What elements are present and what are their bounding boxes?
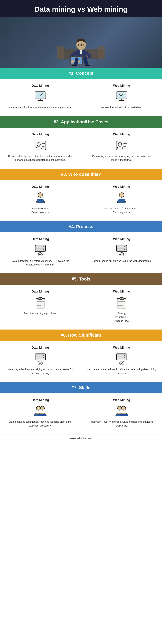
left-title-who: Data Mining [32, 185, 49, 188]
comparison-concept: Data Mining Pattern identification from … [0, 79, 162, 116]
svg-point-76 [36, 406, 40, 410]
sections-container: #1. ConceptData Mining Pattern identific… [0, 68, 162, 434]
svg-rect-2 [98, 46, 105, 59]
footer-url: www.educba.com [69, 437, 93, 440]
right-title-significance: Web Mining [113, 346, 130, 350]
right-title-concept: Web Mining [113, 84, 130, 88]
right-col-tools: Web Mining Scrapy, PageRank, Apache logs [81, 288, 162, 324]
right-title-application: Web Mining [113, 133, 130, 136]
svg-point-46 [43, 249, 44, 250]
svg-point-74 [124, 355, 125, 356]
section-process: #4. ProcessData Mining Data extraction -… [0, 221, 162, 274]
right-title-skills: Web Mining [113, 398, 130, 402]
left-text-concept: Pattern identification from data availab… [9, 106, 72, 110]
svg-point-75 [124, 358, 125, 358]
right-icon-application [114, 139, 129, 152]
left-title-skills: Data Mining [32, 398, 49, 402]
svg-point-81 [122, 406, 126, 410]
section-who: #3. Who does this?Data Mining Data scien… [0, 169, 162, 221]
right-icon-significance [114, 352, 129, 366]
left-icon-skills [33, 404, 48, 418]
left-title-significance: Data Mining [32, 346, 49, 350]
section-header-significance: #6. How Significant [0, 330, 162, 341]
left-text-application: Business Intelligence refers to the info… [5, 154, 76, 162]
footer: www.educba.com [0, 434, 162, 442]
page-header: Data mining vs Web mining [0, 0, 162, 17]
left-text-process: Data extraction -> Pattern discovery -> … [5, 259, 76, 267]
section-application: #2. Application/Use CasesData Mining Bus… [0, 116, 162, 169]
right-text-who: Data scientists/Data analysts Data engin… [105, 207, 138, 214]
right-col-significance: Web Mining Web related data pull would i… [81, 344, 162, 377]
comparison-row-who: Data Mining Data scientists Data enginee… [0, 183, 162, 216]
comparison-who: Data Mining Data scientists Data enginee… [0, 180, 162, 221]
comparison-skills: Data Mining Data cleansing techniques, m… [0, 393, 162, 434]
left-title-concept: Data Mining [32, 84, 49, 88]
svg-point-38 [38, 193, 43, 197]
comparison-application: Data Mining Business Intelligence refers… [0, 128, 162, 169]
left-text-tools: Machine learning algorithms. [24, 312, 57, 315]
svg-point-51 [124, 249, 125, 250]
left-col-who: Data Mining Data scientists Data enginee… [0, 183, 81, 216]
svg-rect-52 [36, 298, 45, 308]
comparison-tools: Data Mining Machine learning algorithms.… [0, 285, 162, 330]
svg-rect-28 [35, 141, 46, 150]
svg-point-80 [118, 406, 122, 410]
left-col-tools: Data Mining Machine learning algorithms. [0, 288, 81, 324]
comparison-row-concept: Data Mining Pattern identification from … [0, 82, 162, 111]
left-icon-process [33, 244, 48, 257]
left-icon-significance [33, 352, 48, 366]
section-concept: #1. ConceptData Mining Pattern identific… [0, 68, 162, 116]
left-col-significance: Data Mining Many organizations are relyi… [0, 344, 81, 377]
right-text-process: Same process but on web using the web do… [92, 259, 151, 263]
right-text-tools: Scrapy, PageRank, Apache logs [115, 312, 129, 323]
hero-illustration [56, 18, 107, 66]
section-significance: #6. How SignificantData Mining Many orga… [0, 330, 162, 382]
right-icon-skills [114, 404, 129, 418]
left-col-skills: Data Mining Data cleansing techniques, m… [0, 396, 81, 429]
section-header-who: #3. Who does this? [0, 169, 162, 180]
right-icon-who [114, 191, 129, 205]
right-icon-concept [114, 90, 129, 104]
left-text-skills: Data cleansing techniques, machine learn… [5, 420, 76, 428]
left-title-process: Data Mining [32, 238, 49, 241]
svg-rect-33 [116, 141, 127, 150]
right-text-concept: Pattern identification from web data. [101, 106, 142, 110]
right-col-who: Web Mining Data scientists/Data analysts… [81, 183, 162, 216]
right-col-concept: Web Mining Pattern identification from w… [81, 82, 162, 111]
right-text-application: Data Analytics refers to modifying the r… [86, 154, 157, 162]
left-title-application: Data Mining [32, 133, 49, 136]
section-header-tools: #5. Tools [0, 274, 162, 285]
comparison-row-skills: Data Mining Data cleansing techniques, m… [0, 396, 162, 429]
left-icon-concept [33, 90, 48, 104]
svg-rect-1 [57, 46, 64, 59]
right-title-who: Web Mining [113, 185, 130, 188]
svg-point-61 [121, 298, 122, 299]
svg-point-54 [40, 298, 41, 299]
hero-image [0, 17, 162, 68]
right-icon-tools [114, 296, 129, 310]
svg-point-14 [70, 60, 75, 63]
svg-point-40 [119, 193, 124, 197]
svg-point-69 [43, 355, 44, 356]
right-title-tools: Web Mining [113, 290, 130, 293]
comparison-process: Data Mining Data extraction -> Pattern d… [0, 232, 162, 274]
svg-rect-59 [117, 298, 126, 308]
comparison-row-tools: Data Mining Machine learning algorithms.… [0, 288, 162, 324]
svg-point-45 [43, 246, 44, 248]
left-icon-application [33, 139, 48, 152]
svg-rect-79 [39, 414, 46, 416]
svg-point-50 [124, 246, 125, 248]
section-header-process: #4. Process [0, 221, 162, 232]
section-header-skills: #7. Skills [0, 382, 162, 393]
left-text-who: Data scientists Data engineers. [31, 207, 49, 214]
svg-point-70 [43, 358, 44, 358]
comparison-significance: Data Mining Many organizations are relyi… [0, 341, 162, 382]
section-header-application: #2. Application/Use Cases [0, 116, 162, 128]
left-col-process: Data Mining Data extraction -> Pattern d… [0, 236, 81, 268]
right-text-skills: Application level knowledge, Data engine… [86, 420, 157, 428]
comparison-row-process: Data Mining Data extraction -> Pattern d… [0, 236, 162, 268]
right-col-application: Web Mining Data Analytics refers to modi… [81, 131, 162, 164]
right-title-process: Web Mining [113, 238, 130, 241]
section-header-concept: #1. Concept [0, 68, 162, 79]
right-icon-process [114, 244, 129, 257]
